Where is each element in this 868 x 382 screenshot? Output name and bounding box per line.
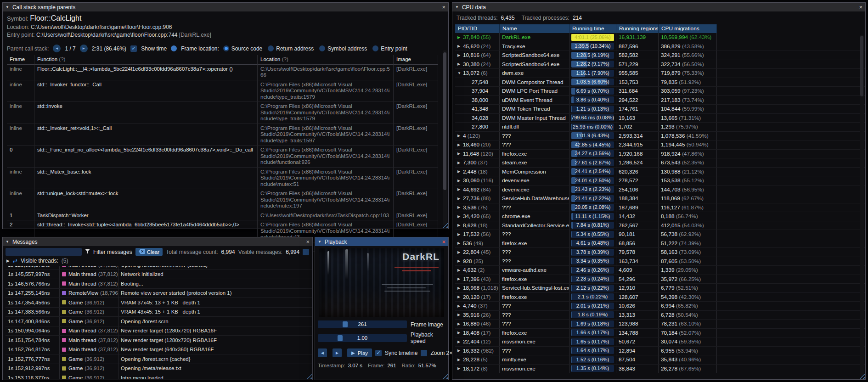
- callstack-row[interactable]: inlineFloor::CalcLight::__l4::<lambda_5b…: [7, 65, 438, 80]
- expand-icon[interactable]: ▶: [457, 348, 463, 353]
- cpu-row[interactable]: ▶4 (120)???1:01.9 (6.43%)2,593,3141,078,…: [455, 132, 865, 141]
- show-callstacks-checkbox[interactable]: ✓: [303, 249, 309, 255]
- expand-icon[interactable]: ▶: [457, 179, 463, 183]
- cpu-row[interactable]: 34,028DWM Master Input Thread799.64 ms (…: [455, 114, 865, 123]
- cpu-row[interactable]: ▶536 (49)firefox.exe4.61 s (0.48%)68,856…: [455, 239, 865, 248]
- cpu-row[interactable]: ▶20,120 (17)firefox.exe2.1 s (0.22%)128,…: [455, 293, 865, 302]
- expand-icon[interactable]: ▼: [457, 71, 463, 75]
- cpu-row[interactable]: ▶45,620 (24)Tracy.exe1:39.5 (10.34%)887,…: [455, 42, 865, 51]
- message-row[interactable]: 1s 152,764,817nsMain thread(37,812)New r…: [6, 345, 312, 355]
- callstack-row[interactable]: inlinestd::_Invoker_functor::_CallC:\Pro…: [7, 80, 438, 102]
- cpu-row[interactable]: ▶928 (25)???3.34 s (0.35%)163,73487,605 …: [455, 257, 865, 266]
- show-time-label[interactable]: Show time: [141, 45, 167, 52]
- cpu-row[interactable]: ▶7,300 (37)steam.exe27.61 s (2.87%)1,286…: [455, 158, 865, 168]
- expand-icon[interactable]: ▶: [457, 35, 463, 39]
- callstack-row[interactable]: 0std::_Func_impl_no_alloc<<lambda_5bc224…: [7, 146, 438, 168]
- collapse-icon[interactable]: ▼: [6, 240, 9, 244]
- cpu-row[interactable]: ▶17,532 (56)???5.34 s (0.55%)90,18156,73…: [455, 230, 865, 239]
- message-row[interactable]: 1s 147,255,145nsRemoteView(18,796)Remote…: [6, 289, 312, 298]
- message-row[interactable]: 1s 128,335,272nsMain thread(37,812)Openi…: [6, 266, 312, 270]
- cpu-row[interactable]: ▶34,420 (65)chrome.exe11.11 s (1.15%)14,…: [455, 212, 865, 221]
- frame-location-radio[interactable]: Entry point: [372, 45, 407, 52]
- collapse-icon[interactable]: ▼: [6, 5, 9, 9]
- expand-icon[interactable]: ▶: [457, 214, 463, 219]
- next-frame-button[interactable]: ►: [333, 348, 342, 357]
- cpu-row[interactable]: ▼13,072 (6)dwm.exe1:16.1 (7.90%)955,5857…: [455, 69, 865, 78]
- tree-arrow-icon[interactable]: ▶: [6, 258, 10, 263]
- scrollbar[interactable]: [860, 35, 864, 376]
- column-header[interactable]: CPU migrations: [659, 24, 717, 33]
- expand-icon[interactable]: ▶: [457, 340, 463, 344]
- cpu-row[interactable]: 38,000uDWM Event Thread3.86 s (0.40%)294…: [455, 96, 865, 105]
- clear-button[interactable]: Clear: [135, 248, 163, 256]
- frame-column-header[interactable]: Frame: [7, 55, 34, 65]
- show-time-checkbox[interactable]: ✓: [130, 45, 137, 52]
- expand-icon[interactable]: ▶: [457, 169, 463, 174]
- callstack-titlebar[interactable]: ▼ Call stack sample parents ×: [3, 3, 448, 11]
- column-header[interactable]: PID/TID: [455, 24, 500, 33]
- expand-icon[interactable]: ▶: [457, 44, 463, 48]
- expand-icon[interactable]: ▶: [457, 161, 463, 165]
- messages-list[interactable]: 1s 128,335,272nsMain thread(37,812)Openi…: [6, 266, 312, 379]
- cpu-row[interactable]: 37,904DWM LPC Port Thread6.69 s (0.70%)3…: [455, 87, 865, 96]
- message-row[interactable]: 1s 146,576,766nsMain thread(37,812)Booti…: [6, 279, 312, 289]
- cpu-row[interactable]: ▶44,692 (84)devenv.exe21.43 s (2.23%)254…: [455, 185, 865, 195]
- message-row[interactable]: 1s 147,354,456nsGame(36,912)VRAM 37x45: …: [6, 298, 312, 308]
- scrollbar-thumb[interactable]: [443, 52, 446, 190]
- messages-titlebar[interactable]: ▼ Messages ×: [3, 237, 312, 246]
- zoom-label[interactable]: Zoom 2×: [430, 350, 452, 356]
- cpu-row[interactable]: ▶16,880 (46)???1.69 s (0.18%)123,98878,2…: [455, 320, 865, 329]
- expand-icon[interactable]: ▶: [457, 143, 463, 147]
- resize-grip[interactable]: [442, 373, 448, 379]
- cpu-row[interactable]: ▶22,804 (45)???3.78 s (0.39%)79,57858,16…: [455, 248, 865, 257]
- close-icon[interactable]: ×: [442, 239, 445, 245]
- message-row[interactable]: 1s 153,116,377nsGame(36,912)Intro menu l…: [6, 373, 312, 379]
- expand-icon[interactable]: ▶: [457, 322, 463, 326]
- cpu-row[interactable]: ▶8,628 (18)StandardCollector.Service.e7.…: [455, 221, 865, 230]
- playback-titlebar[interactable]: ▼ Playback ×: [315, 237, 448, 246]
- speed-slider[interactable]: 1.00: [318, 334, 407, 342]
- cpu-row[interactable]: ▶18,968 (1,018)ServiceHub.SettingsHost.e…: [455, 284, 865, 293]
- scrollbar-thumb[interactable]: [860, 36, 863, 96]
- message-row[interactable]: 1s 145,557,997nsMain thread(37,812)Netwo…: [6, 270, 312, 280]
- expand-icon[interactable]: ▶: [457, 62, 463, 66]
- cpu-row[interactable]: ▶27,736 (88)ServiceHub.DataWarehouse21.4…: [455, 194, 865, 203]
- play-button[interactable]: ▶ Play: [347, 348, 372, 357]
- cpu-row[interactable]: ▶17,396 (43)firefox.exe2.28 s (0.24%)54,…: [455, 275, 865, 284]
- prev-frame-button[interactable]: ◄: [318, 348, 327, 357]
- expand-icon[interactable]: ▶: [457, 250, 463, 254]
- column-header[interactable]: Running time: [569, 24, 616, 33]
- visible-threads-row[interactable]: ▶ ⇄ Visible threads: (5): [3, 257, 312, 266]
- scrollbar[interactable]: [443, 50, 447, 226]
- cpu-row[interactable]: 27,548DWM Compositor Thread1:03.5 (6.60%…: [455, 78, 865, 87]
- message-row[interactable]: 1s 147,400,846nsGame(36,912)Opening /for…: [6, 317, 312, 326]
- function-column-header[interactable]: Function (?): [34, 55, 258, 65]
- next-parent-button[interactable]: ►: [80, 45, 88, 52]
- cpu-row[interactable]: ▶4,740 (37)???2.01 s (0.21%)10,6266,994 …: [455, 302, 865, 311]
- expand-icon[interactable]: ▶: [457, 358, 463, 362]
- cpu-titlebar[interactable]: ▼ CPU data ×: [452, 3, 865, 11]
- cpu-row[interactable]: 41,348DWM Token Thread1.21 s (0.13%)174,…: [455, 105, 865, 114]
- close-icon[interactable]: ×: [442, 4, 445, 10]
- message-row[interactable]: 1s 147,383,566nsGame(36,912)VRAM 43x45: …: [6, 308, 312, 317]
- expand-icon[interactable]: ▶: [457, 232, 463, 236]
- cpu-row[interactable]: ▶11,648 (120)firefox.exe34.27 s (3.56%)1…: [455, 150, 865, 159]
- image-column-header[interactable]: Image: [394, 55, 438, 65]
- column-header[interactable]: Name: [500, 24, 569, 33]
- expand-icon[interactable]: ▶: [457, 277, 463, 281]
- cpu-row[interactable]: ▶30,060 (116)devenv.exe24.01 s (2.50%)27…: [455, 176, 865, 185]
- expand-icon[interactable]: ▶: [457, 331, 463, 335]
- cpu-row[interactable]: ▶18,460 (20)???42.85 s (4.45%)2,344,9151…: [455, 140, 865, 150]
- expand-icon[interactable]: ▶: [457, 366, 463, 371]
- location-column-header[interactable]: Location (?): [258, 55, 394, 65]
- expand-icon[interactable]: ▶: [457, 187, 463, 191]
- cpu-row[interactable]: ▶18,408 (17)firefox.exe1.66 s (0.17%)134…: [455, 329, 865, 338]
- cpu-row[interactable]: ▶4,632 (2)vmware-authd.exe2.46 s (0.26%)…: [455, 266, 865, 275]
- frame-location-radio[interactable]: Symbol address: [319, 45, 367, 52]
- expand-icon[interactable]: ▶: [457, 304, 463, 308]
- expand-icon[interactable]: ▶: [457, 53, 463, 57]
- callstack-row[interactable]: 1TaskDispatch::WorkerC:\Users\wolf\Deskt…: [7, 211, 438, 221]
- message-row[interactable]: 1s 151,754,784nsMain thread(37,812)New r…: [6, 336, 312, 345]
- message-row[interactable]: 1s 152,912,997nsGame(36,912)Opening /met…: [6, 364, 312, 374]
- zoom-checkbox[interactable]: ✓: [421, 350, 427, 356]
